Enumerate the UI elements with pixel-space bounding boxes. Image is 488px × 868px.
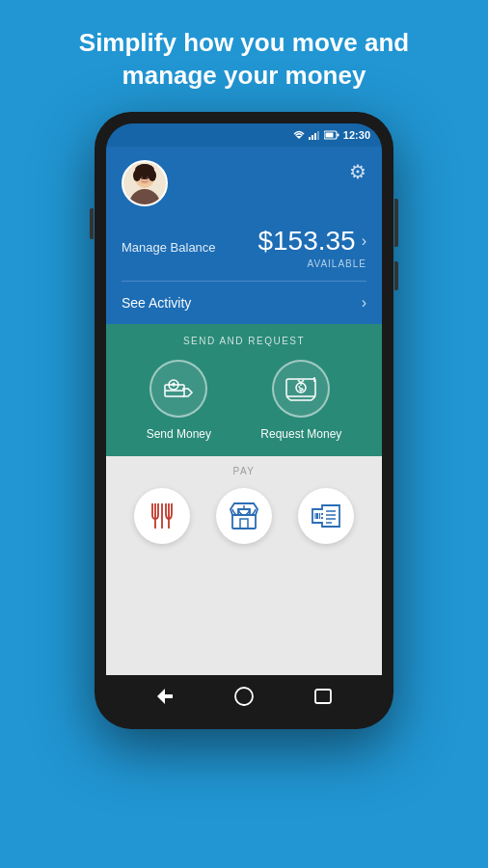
settings-icon[interactable]: ⚙ (349, 160, 366, 183)
pay-buttons-row (122, 488, 366, 544)
pay-label: PAY (122, 466, 366, 476)
request-money-label: Request Money (260, 427, 341, 441)
send-money-label: Send Money (147, 427, 211, 441)
send-request-label: SEND AND REQUEST (122, 336, 366, 346)
dining-icon (149, 502, 176, 530)
power-button-right (394, 199, 398, 247)
send-money-circle (149, 360, 207, 418)
svg-rect-7 (325, 132, 333, 137)
svg-point-15 (141, 176, 143, 178)
recents-icon (314, 689, 332, 704)
page-header: Simplify how you move and manage your mo… (50, 0, 438, 112)
available-label: AVAILABLE (258, 258, 366, 269)
nav-bar (106, 675, 382, 718)
svg-rect-6 (337, 133, 339, 136)
manage-balance-label: Manage Balance (122, 240, 216, 255)
svg-point-43 (235, 688, 253, 705)
see-activity-chevron-icon: › (362, 294, 366, 312)
header-text-2: manage your money (122, 61, 366, 90)
balance-section: Manage Balance $153.35 › AVAILABLE (122, 216, 366, 281)
top-section: ⚙ Manage Balance $153.35 › AVAILABLE See… (106, 147, 382, 324)
balance-right: $153.35 › AVAILABLE (258, 226, 366, 269)
svg-point-14 (135, 164, 154, 176)
signal-icon (309, 130, 320, 140)
phone-screen: 12:30 (106, 123, 382, 718)
svg-rect-32 (240, 519, 248, 529)
request-money-button[interactable]: Request Money (260, 360, 341, 441)
dining-pay-button[interactable] (134, 488, 190, 544)
svg-rect-44 (315, 690, 331, 703)
recents-button[interactable] (309, 682, 338, 711)
svg-rect-4 (317, 131, 319, 140)
home-icon (234, 687, 254, 706)
request-money-icon (285, 375, 317, 402)
balance-amount: $153.35 (258, 226, 355, 257)
header-text-1: Simplify how you move and (79, 28, 409, 57)
pay-section: PAY (106, 456, 382, 675)
ticket-icon (311, 503, 341, 529)
svg-rect-2 (312, 135, 313, 140)
see-activity-label: See Activity (122, 295, 191, 311)
see-activity-row[interactable]: See Activity › (122, 282, 366, 324)
battery-icon (324, 130, 339, 140)
store-pay-button[interactable] (216, 488, 272, 544)
volume-button-left (90, 208, 94, 239)
svg-point-8 (129, 189, 160, 204)
app-content: ⚙ Manage Balance $153.35 › AVAILABLE See… (106, 147, 382, 675)
avatar[interactable] (122, 160, 168, 206)
home-button[interactable] (230, 682, 258, 711)
svg-point-16 (147, 176, 149, 178)
status-icons: 12:30 (293, 129, 370, 141)
back-icon (156, 688, 174, 705)
avatar-image (123, 162, 166, 204)
send-money-icon (163, 375, 194, 402)
svg-marker-0 (296, 136, 302, 139)
send-request-section: SEND AND REQUEST (106, 324, 382, 456)
request-money-circle (272, 360, 330, 418)
svg-rect-3 (314, 133, 316, 140)
svg-rect-1 (309, 137, 311, 140)
back-button[interactable] (150, 682, 179, 711)
svg-marker-42 (157, 689, 173, 704)
phone-frame: 12:30 (95, 112, 393, 729)
action-buttons-row: Send Money (122, 360, 366, 441)
status-time: 12:30 (343, 129, 370, 141)
status-bar: 12:30 (106, 123, 382, 147)
send-money-button[interactable]: Send Money (147, 360, 211, 441)
ticket-pay-button[interactable] (298, 488, 354, 544)
store-icon (229, 502, 259, 530)
volume-button-right (394, 261, 398, 290)
svg-rect-31 (232, 515, 256, 529)
wifi-icon (293, 130, 305, 140)
balance-chevron-icon: › (362, 232, 366, 250)
